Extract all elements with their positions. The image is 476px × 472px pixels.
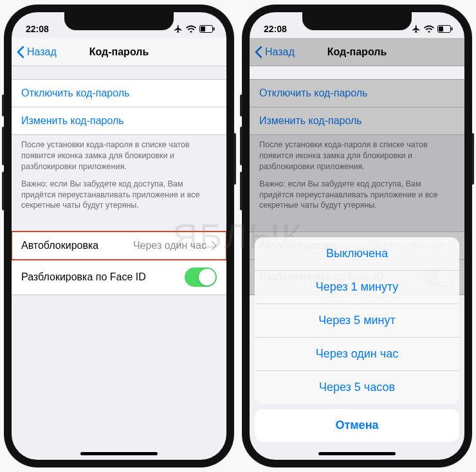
home-indicator[interactable] bbox=[318, 452, 396, 455]
faceid-label: Разблокировка по Face ID bbox=[21, 271, 146, 283]
phone-frame-left: 22:08 Назад Код-пароль bbox=[4, 5, 234, 467]
svg-rect-1 bbox=[214, 28, 215, 31]
svg-rect-2 bbox=[201, 26, 205, 32]
chevron-right-icon bbox=[212, 241, 217, 250]
sheet-option-disabled[interactable]: Выключена bbox=[255, 237, 459, 271]
sheet-cancel-button[interactable]: Отмена bbox=[255, 409, 459, 442]
change-passcode-link[interactable]: Изменить код-пароль bbox=[12, 107, 226, 135]
home-indicator[interactable] bbox=[80, 452, 158, 455]
faceid-cell: Разблокировка по Face ID bbox=[12, 259, 226, 295]
autolock-label: Автоблокировка bbox=[21, 240, 98, 251]
faceid-toggle[interactable] bbox=[185, 268, 217, 287]
notch bbox=[64, 12, 174, 30]
passcode-footer-note: После установки кода-пароля в списке чат… bbox=[12, 134, 226, 211]
phone-frame-right: 22:08 Назад Код-пароль bbox=[242, 5, 472, 467]
battery-icon bbox=[199, 25, 215, 33]
airplane-icon bbox=[174, 24, 183, 33]
sheet-option-5min[interactable]: Через 5 минут bbox=[255, 304, 459, 338]
status-time: 22:08 bbox=[26, 24, 49, 34]
back-button[interactable]: Назад bbox=[12, 46, 57, 59]
sheet-option-5hours[interactable]: Через 5 часов bbox=[255, 371, 459, 404]
autolock-value: Через один час bbox=[133, 240, 206, 251]
back-label: Назад bbox=[27, 46, 57, 58]
wifi-icon bbox=[186, 25, 196, 33]
action-sheet: Выключена Через 1 минуту Через 5 минут Ч… bbox=[250, 12, 464, 460]
chevron-left-icon bbox=[17, 46, 24, 59]
nav-bar: Назад Код-пароль bbox=[12, 38, 226, 66]
disable-passcode-link[interactable]: Отключить код-пароль bbox=[12, 79, 226, 107]
sheet-option-1hour[interactable]: Через один час bbox=[255, 338, 459, 371]
autolock-cell[interactable]: Автоблокировка Через один час bbox=[12, 231, 226, 260]
sheet-option-1min[interactable]: Через 1 минуту bbox=[255, 271, 459, 304]
